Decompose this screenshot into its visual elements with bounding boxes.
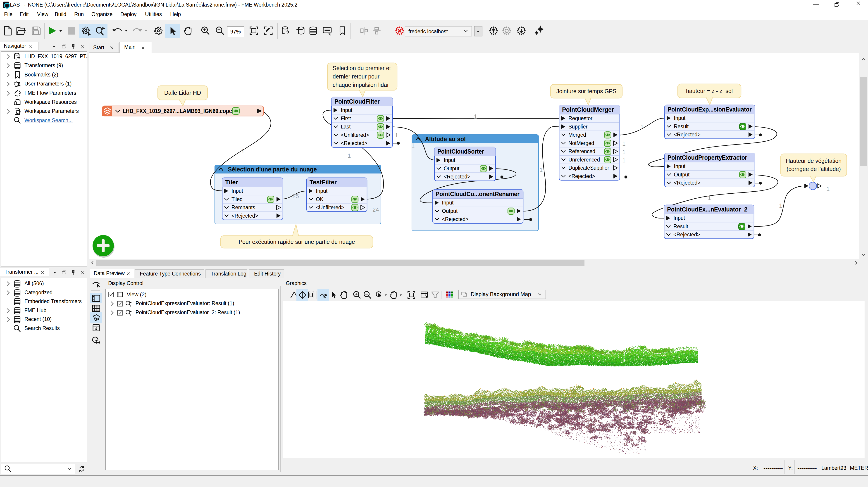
svg-text:PointCloudFilter: PointCloudFilter (335, 98, 380, 105)
svg-text:<Unfiltered>: <Unfiltered> (341, 132, 369, 138)
svg-text:Input: Input (341, 107, 352, 113)
svg-text:1: 1 (347, 152, 351, 159)
svg-text:1: 1 (640, 124, 644, 131)
svg-text:LHD_FXX_1019_6297...LAMB93_IGN: LHD_FXX_1019_6297...LAMB93_IGN69.copc (123, 108, 232, 115)
svg-text:<Unfiltered>: <Unfiltered> (316, 204, 344, 210)
svg-text:(corrigée de l'altitude): (corrigée de l'altitude) (786, 166, 841, 172)
svg-text:Unreferenced: Unreferenced (568, 157, 600, 163)
svg-text:hauteur = z - z_sol: hauteur = z - z_sol (686, 88, 733, 94)
svg-text:Input: Input (316, 188, 328, 194)
svg-text:<Rejected>: <Rejected> (341, 140, 368, 146)
svg-text:<Rejected>: <Rejected> (568, 173, 595, 179)
svg-text:<Rejected>: <Rejected> (674, 180, 701, 186)
svg-text:<Rejected>: <Rejected> (442, 216, 469, 222)
svg-text:<Rejected>: <Rejected> (674, 132, 701, 137)
svg-text:1: 1 (707, 144, 711, 151)
svg-text:NotMerged: NotMerged (568, 140, 594, 146)
svg-text:1: 1 (395, 132, 398, 139)
svg-text:PointCloudExp...sionEvaluator: PointCloudExp...sionEvaluator (668, 106, 752, 113)
svg-text:24: 24 (372, 206, 379, 213)
svg-text:DuplicateSupplier: DuplicateSupplier (568, 165, 609, 171)
svg-text:Hauteur de végétation: Hauteur de végétation (786, 158, 841, 164)
svg-text:PointCloudSorter: PointCloudSorter (437, 148, 484, 155)
svg-text:1: 1 (708, 195, 711, 201)
svg-text:Result: Result (673, 224, 688, 229)
svg-text:1: 1 (826, 186, 830, 192)
svg-text:PointCloudCo...onentRenamer: PointCloudCo...onentRenamer (436, 191, 520, 197)
svg-text:1: 1 (622, 149, 625, 155)
svg-text:Dalle Lidar HD: Dalle Lidar HD (164, 90, 201, 96)
svg-text:Input: Input (231, 188, 243, 194)
svg-text:Referenced: Referenced (568, 149, 595, 154)
svg-text:Output: Output (674, 172, 690, 177)
svg-text:Last: Last (341, 124, 351, 130)
svg-text:dernier retour pour: dernier retour pour (333, 73, 379, 79)
svg-text:chaque impulsion lidar: chaque impulsion lidar (333, 82, 389, 88)
svg-text:PointCloudMerger: PointCloudMerger (562, 106, 614, 113)
svg-text:Merged: Merged (568, 132, 586, 138)
svg-text:1: 1 (241, 148, 244, 155)
svg-text:Input: Input (674, 163, 686, 169)
svg-text:1: 1 (539, 166, 542, 173)
svg-text:<Rejected>: <Rejected> (673, 232, 700, 237)
svg-text:Input: Input (444, 157, 456, 163)
svg-text:Jointure sur temps GPS: Jointure sur temps GPS (556, 88, 616, 94)
svg-text:Output: Output (444, 166, 460, 171)
svg-text:Altitude au sol: Altitude au sol (425, 136, 466, 142)
svg-text:1: 1 (622, 140, 625, 147)
svg-text:Input: Input (673, 215, 685, 221)
svg-text:<Rejected>: <Rejected> (231, 213, 258, 219)
svg-text:Input: Input (674, 115, 686, 121)
svg-text:25: 25 (292, 193, 299, 199)
svg-text:Sélection du premier et: Sélection du premier et (333, 65, 391, 71)
svg-text:Tiled: Tiled (231, 196, 243, 202)
svg-text:Pour exécution rapide sur une: Pour exécution rapide sur une partie du … (239, 239, 355, 245)
svg-text:1: 1 (474, 113, 477, 120)
svg-text:TestFilter: TestFilter (310, 179, 337, 186)
svg-text:Result: Result (674, 124, 689, 129)
svg-text:First: First (341, 116, 351, 122)
svg-text:Output: Output (442, 208, 458, 214)
svg-text:Supplier: Supplier (568, 124, 588, 130)
svg-text:Remnants: Remnants (231, 204, 255, 210)
svg-text:Input: Input (442, 200, 454, 206)
svg-text:OK: OK (316, 196, 323, 202)
svg-text:1: 1 (779, 202, 782, 209)
svg-text:<Rejected>: <Rejected> (444, 174, 470, 180)
svg-text:PointCloudEx...nEvaluator_2: PointCloudEx...nEvaluator_2 (667, 206, 747, 213)
svg-text:Requestor: Requestor (568, 116, 592, 121)
svg-text:Tiler: Tiler (225, 179, 238, 186)
svg-text:Sélection d'une partie du nuag: Sélection d'une partie du nuage (228, 166, 317, 173)
svg-text:PointCloudPropertyExtractor: PointCloudPropertyExtractor (668, 154, 747, 161)
svg-text:1: 1 (411, 142, 414, 149)
svg-text:1: 1 (622, 157, 625, 164)
